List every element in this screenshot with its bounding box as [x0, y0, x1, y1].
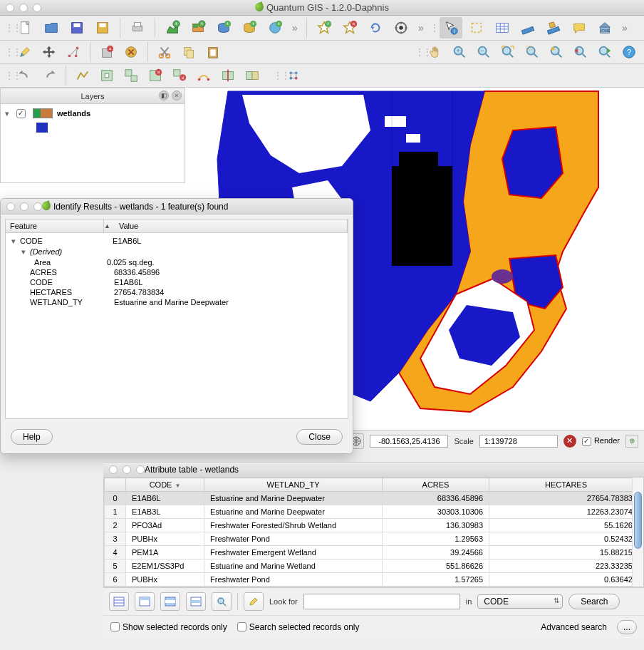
cell-acres[interactable]: 1.29563 — [383, 532, 489, 546]
identify-tool-button[interactable]: i — [440, 17, 462, 38]
identify-tree[interactable]: Feature ▲ Value ▾CODEE1AB6L ▾(Derived) A… — [5, 219, 348, 419]
zoom-full-button[interactable] — [497, 42, 519, 62]
copy-rows-button[interactable] — [186, 592, 206, 611]
undo-button[interactable] — [14, 66, 36, 86]
delete-feature-button[interactable] — [120, 42, 142, 62]
save-project-button[interactable] — [66, 17, 88, 38]
column-header-acres[interactable]: ACRES — [383, 478, 489, 492]
stop-render-button[interactable]: ✕ — [564, 435, 576, 448]
cell-hectares[interactable]: 0.524322 — [489, 532, 643, 546]
zoom-last-button[interactable] — [570, 42, 591, 62]
coordinate-display[interactable]: -80.1563,25.4136 — [370, 435, 448, 448]
close-button[interactable]: Close — [296, 429, 343, 445]
cell-wetland-ty[interactable]: Freshwater Pond — [204, 573, 383, 587]
identify-row[interactable]: ▾CODEE1AB6L — [6, 236, 348, 247]
new-bookmark-button[interactable]: + — [313, 17, 336, 38]
select-tool-button[interactable] — [465, 17, 488, 38]
search-selected-checkbox[interactable] — [237, 622, 246, 631]
identify-row[interactable]: HECTARES27654.783834 — [6, 287, 348, 297]
column-header-wetland-ty[interactable]: WETLAND_TY — [204, 478, 383, 492]
pan-button[interactable] — [425, 42, 446, 62]
attribute-table-button[interactable] — [491, 17, 514, 38]
toolbar-handle-icon[interactable]: ⋮⋮ — [430, 22, 437, 33]
measure-area-button[interactable] — [542, 17, 565, 38]
render-checkbox-label[interactable]: Render — [582, 436, 620, 446]
attribute-table[interactable]: CODE▼ WETLAND_TY ACRES HECTARES 0E1AB6LE… — [104, 478, 643, 587]
column-header-hectares[interactable]: HECTARES — [489, 478, 643, 492]
table-row[interactable]: 0E1AB6LEstuarine and Marine Deepwater683… — [105, 492, 643, 505]
print-button[interactable] — [126, 17, 149, 38]
split-features-button[interactable] — [217, 66, 239, 86]
table-row[interactable]: 4PEM1AFreshwater Emergent Wetland39.2456… — [105, 546, 643, 559]
cell-acres[interactable]: 68336.45896 — [383, 492, 489, 505]
search-button[interactable]: Search — [568, 594, 620, 609]
cell-code[interactable]: E2EM1/SS3Pd — [126, 559, 204, 573]
identify-row[interactable]: Area0.025 sq.deg. — [6, 257, 348, 267]
table-row[interactable]: 1E1AB3LEstuarine and Marine Deepwater303… — [105, 505, 643, 519]
disclosure-icon[interactable]: ▾ — [5, 109, 12, 118]
measure-line-button[interactable] — [516, 17, 539, 38]
search-input[interactable] — [303, 594, 460, 609]
cell-code[interactable]: PUBHx — [126, 532, 204, 546]
row-index[interactable]: 4 — [105, 546, 126, 559]
toggle-editing-button[interactable] — [244, 592, 264, 611]
show-bookmarks-button[interactable]: × — [338, 17, 361, 38]
delete-ring-button[interactable]: × — [145, 66, 166, 86]
dialog-close-icon[interactable] — [109, 465, 118, 474]
maptips-button[interactable] — [568, 17, 591, 38]
panel-undock-icon[interactable]: ◧ — [159, 91, 169, 100]
cell-wetland-ty[interactable]: Estuarine and Marine Deepwater — [204, 505, 383, 519]
help-button[interactable]: ? — [618, 42, 640, 62]
refresh-button[interactable] — [364, 17, 387, 38]
scale-input[interactable]: 1:139728 — [479, 435, 558, 448]
dialog-minimize-icon[interactable] — [123, 465, 131, 474]
unselect-all-button[interactable] — [109, 592, 129, 611]
scrollbar-thumb[interactable] — [634, 492, 642, 549]
cut-button[interactable] — [154, 42, 175, 62]
simplify-button[interactable] — [72, 66, 93, 86]
table-row[interactable]: 3PUBHxFreshwater Pond1.295630.524322 — [105, 532, 643, 546]
cell-wetland-ty[interactable]: Freshwater Pond — [204, 532, 383, 546]
cell-hectares[interactable]: 0.636429 — [489, 573, 643, 587]
cell-wetland-ty[interactable]: Freshwater Emergent Wetland — [204, 546, 383, 559]
delete-selected-button[interactable]: × — [96, 42, 118, 62]
column-header-code[interactable]: CODE▼ — [126, 478, 204, 492]
cell-hectares[interactable]: 55.16263 — [489, 519, 643, 532]
open-project-button[interactable] — [40, 17, 63, 38]
table-row[interactable]: 5E2EM1/SS3PdEstuarine and Marine Wetland… — [105, 559, 643, 573]
toolbar-handle-icon[interactable]: ⋮⋮ — [415, 46, 422, 58]
zoom-layer-button[interactable] — [546, 42, 567, 62]
cell-acres[interactable]: 136.30983 — [383, 519, 489, 532]
add-ring-button[interactable] — [96, 66, 118, 86]
cell-code[interactable]: PUBHx — [126, 573, 204, 587]
invert-selection-button[interactable] — [160, 592, 180, 611]
search-field-select[interactable]: CODE — [477, 594, 563, 609]
identify-header-value[interactable]: Value — [115, 220, 348, 232]
cell-hectares[interactable]: 12263.230747 — [489, 505, 643, 519]
cell-code[interactable]: PFO3Ad — [126, 519, 204, 532]
row-header-column[interactable] — [105, 478, 126, 492]
dialog-zoom-icon[interactable] — [136, 465, 145, 474]
identify-row[interactable]: CODEE1AB6L — [6, 277, 348, 287]
toolbar-overflow-icon[interactable]: » — [415, 22, 427, 33]
add-postgis-layer-button[interactable]: + — [212, 17, 235, 38]
advanced-search-button[interactable]: ... — [617, 620, 637, 634]
zoom-out-button[interactable]: − — [473, 42, 494, 62]
add-wms-layer-button[interactable]: + — [264, 17, 286, 38]
identify-header-feature[interactable]: Feature — [6, 220, 104, 232]
window-close-icon[interactable] — [6, 4, 14, 12]
row-index[interactable]: 3 — [105, 532, 126, 546]
dialog-minimize-icon[interactable] — [20, 202, 28, 211]
cell-code[interactable]: PEM1A — [126, 546, 204, 559]
cell-wetland-ty[interactable]: Estuarine and Marine Wetland — [204, 559, 383, 573]
cell-acres[interactable]: 551.86626 — [383, 559, 489, 573]
merge-features-button[interactable] — [242, 66, 263, 86]
cell-wetland-ty[interactable]: Estuarine and Marine Deepwater — [204, 492, 383, 505]
projection-icon[interactable]: ⊕ — [625, 435, 638, 448]
home-extent-button[interactable]: HOME — [593, 17, 616, 38]
cell-hectares[interactable]: 27654.783834 — [489, 492, 643, 505]
toolbar-handle-icon[interactable]: ⋮⋮ — [4, 46, 11, 58]
row-index[interactable]: 0 — [105, 492, 126, 505]
row-index[interactable]: 6 — [105, 573, 126, 587]
zoom-in-button[interactable]: + — [449, 42, 470, 62]
